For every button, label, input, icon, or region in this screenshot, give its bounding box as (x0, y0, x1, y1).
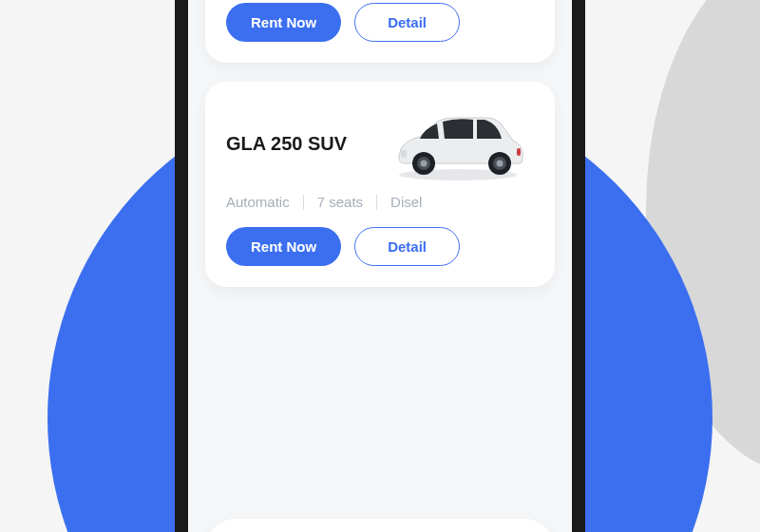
card-list: Automatic 5 seats Disel Rent Now Detail … (188, 0, 572, 505)
svg-rect-8 (517, 148, 521, 156)
rent-now-button[interactable]: Rent Now (226, 3, 341, 42)
car-specs: Automatic 7 seats Disel (226, 194, 534, 210)
detail-button[interactable]: Detail (354, 3, 460, 42)
detail-button[interactable]: Detail (354, 227, 460, 266)
svg-point-3 (421, 161, 428, 167)
car-image (382, 101, 534, 186)
spec-transmission: Automatic (226, 194, 290, 210)
car-title: GLA 250 SUV (226, 133, 347, 155)
svg-rect-7 (401, 150, 407, 158)
spec-divider (376, 195, 377, 210)
svg-point-6 (497, 161, 504, 167)
bottom-nav (205, 519, 555, 532)
rent-now-button[interactable]: Rent Now (226, 227, 341, 266)
spec-fuel: Disel (390, 194, 422, 210)
phone-frame: Automatic 5 seats Disel Rent Now Detail … (175, 0, 585, 532)
card-actions: Rent Now Detail (226, 227, 534, 266)
spec-divider (303, 195, 304, 210)
car-card: Automatic 5 seats Disel Rent Now Detail (205, 0, 555, 63)
car-card-header: GLA 250 SUV (226, 101, 534, 186)
spec-seats: 7 seats (317, 194, 363, 210)
car-card: GLA 250 SUV (205, 82, 555, 287)
phone-screen: Automatic 5 seats Disel Rent Now Detail … (188, 0, 572, 532)
card-actions: Rent Now Detail (226, 3, 534, 42)
